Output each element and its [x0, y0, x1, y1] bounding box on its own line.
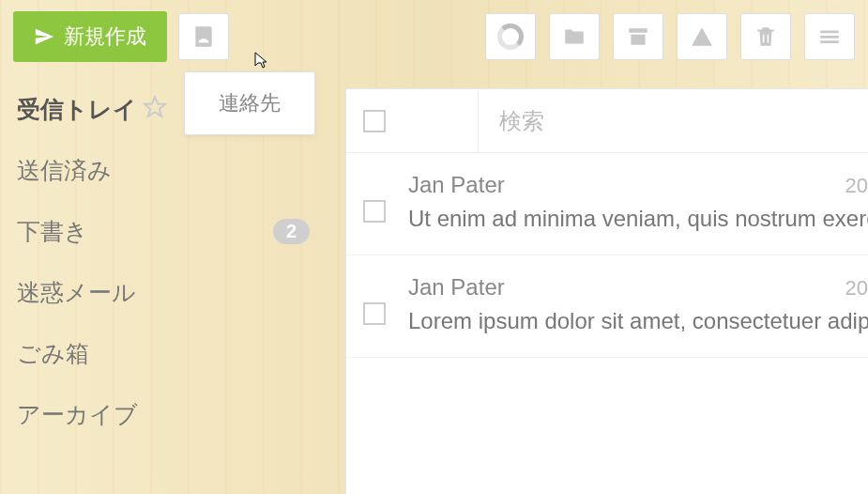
- delete-button[interactable]: [740, 13, 791, 60]
- compose-button[interactable]: 新規作成: [13, 11, 167, 62]
- message-preview: Ut enim ad minima veniam, quis nostrum e…: [408, 206, 868, 232]
- folder-label: 下書き: [17, 216, 88, 247]
- select-all[interactable]: [346, 110, 478, 132]
- folder-spam[interactable]: 迷惑メール: [17, 262, 328, 323]
- folder-trash[interactable]: ごみ箱: [17, 323, 328, 384]
- warning-icon: [690, 24, 714, 49]
- folder-button[interactable]: [549, 13, 600, 60]
- star-icon[interactable]: [143, 95, 167, 125]
- archive-button[interactable]: [613, 13, 663, 60]
- folder-label: ごみ箱: [17, 338, 89, 369]
- message-date: 20: [845, 276, 868, 301]
- menu-button[interactable]: [804, 13, 855, 60]
- archive-icon: [626, 24, 650, 49]
- message-pane: Jan Pater 20 Ut enim ad minima veniam, q…: [345, 88, 868, 494]
- message-checkbox[interactable]: [363, 302, 386, 325]
- message-date: 20: [845, 174, 868, 198]
- folder-label: 送信済み: [17, 155, 112, 186]
- message-row[interactable]: Jan Pater 20 Lorem ipsum dolor sit amet,…: [346, 255, 868, 358]
- compose-label: 新規作成: [64, 23, 146, 51]
- hamburger-icon: [817, 24, 842, 49]
- folder-icon: [562, 24, 586, 49]
- folder-drafts[interactable]: 下書き 2: [17, 201, 328, 262]
- contacts-icon: [191, 24, 216, 49]
- folder-label: 受信トレイ: [17, 94, 137, 125]
- contacts-tooltip: 連絡先: [184, 71, 315, 135]
- svg-marker-0: [145, 97, 165, 116]
- count-badge: 2: [273, 219, 310, 244]
- message-preview: Lorem ipsum dolor sit amet, consectetuer…: [408, 308, 868, 334]
- folder-label: 迷惑メール: [17, 277, 136, 308]
- folder-archive[interactable]: アーカイブ: [17, 384, 328, 445]
- paper-plane-icon: [34, 26, 54, 47]
- search-input[interactable]: [478, 89, 868, 152]
- trash-icon: [754, 24, 778, 49]
- select-all-checkbox[interactable]: [363, 110, 386, 132]
- message-sender: Jan Pater: [408, 274, 505, 301]
- message-row[interactable]: Jan Pater 20 Ut enim ad minima veniam, q…: [346, 153, 868, 255]
- refresh-button[interactable]: [485, 13, 536, 60]
- message-sender: Jan Pater: [408, 172, 505, 198]
- folder-sent[interactable]: 送信済み: [17, 140, 328, 201]
- spam-button[interactable]: [677, 13, 727, 60]
- contacts-button[interactable]: [178, 13, 229, 60]
- folder-label: アーカイブ: [17, 399, 138, 430]
- message-checkbox[interactable]: [363, 200, 386, 223]
- spinner-icon: [497, 23, 524, 50]
